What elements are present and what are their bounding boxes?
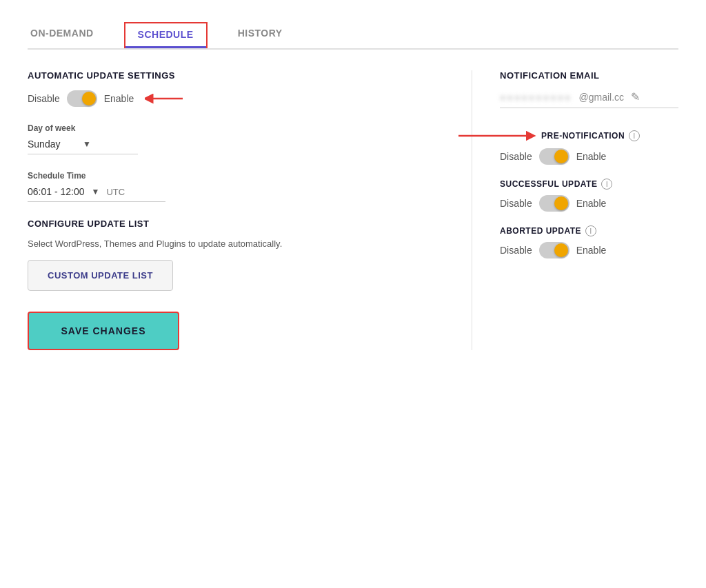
aborted-toggle-knob bbox=[554, 243, 568, 257]
main-content: AUTOMATIC UPDATE SETTINGS Disable Enable bbox=[28, 70, 678, 350]
aborted-update-info-icon: i bbox=[585, 225, 596, 236]
disable-label: Disable bbox=[28, 93, 60, 104]
schedule-time-group: Schedule Time 06:01 - 12:00 ▼ UTC bbox=[28, 171, 430, 202]
pre-notif-arrow-icon bbox=[500, 129, 534, 143]
edit-icon[interactable]: ✎ bbox=[631, 90, 640, 103]
aborted-update-toggle[interactable] bbox=[539, 242, 569, 258]
save-button-wrapper: SAVE CHANGES bbox=[28, 312, 430, 350]
configure-section: CONFIGURE UPDATE LIST Select WordPress, … bbox=[28, 219, 430, 291]
aborted-update-toggle-row: Disable Enable bbox=[500, 242, 678, 258]
right-column: NOTIFICATION EMAIL ●●●●●●●●●● @gmail.cc … bbox=[472, 70, 678, 350]
email-field-row: ●●●●●●●●●● @gmail.cc ✎ bbox=[500, 90, 678, 108]
pre-notification-toggle-row: Disable Enable bbox=[500, 148, 678, 165]
day-of-week-select[interactable]: Sunday Monday Tuesday Wednesday Thursday… bbox=[28, 139, 79, 150]
save-changes-button[interactable]: SAVE CHANGES bbox=[28, 312, 179, 350]
auto-update-toggle-row: Disable Enable bbox=[28, 90, 430, 107]
time-chevron-down-icon: ▼ bbox=[92, 187, 100, 196]
configure-title: CONFIGURE UPDATE LIST bbox=[28, 219, 430, 229]
pre-notif-enable-label: Enable bbox=[576, 151, 607, 162]
auto-update-title: AUTOMATIC UPDATE SETTINGS bbox=[28, 70, 430, 81]
tab-on-demand[interactable]: ON-DEMAND bbox=[28, 21, 97, 48]
pre-notification-toggle[interactable] bbox=[539, 148, 569, 165]
pre-notification-label: PRE-NOTIFICATION bbox=[541, 131, 625, 141]
left-column: AUTOMATIC UPDATE SETTINGS Disable Enable bbox=[28, 70, 430, 350]
successful-update-label: SUCCESSFUL UPDATE bbox=[500, 179, 597, 189]
pre-notif-disable-label: Disable bbox=[500, 151, 532, 162]
tab-history[interactable]: HISTORY bbox=[235, 21, 285, 48]
schedule-time-label: Schedule Time bbox=[28, 171, 430, 181]
aborted-update-title-row: ABORTED UPDATE i bbox=[500, 225, 678, 236]
notification-email-section: NOTIFICATION EMAIL ●●●●●●●●●● @gmail.cc … bbox=[500, 70, 678, 108]
aborted-disable-label: Disable bbox=[500, 245, 532, 256]
schedule-time-field: 06:01 - 12:00 ▼ UTC bbox=[28, 186, 165, 202]
toggle-knob bbox=[82, 92, 96, 105]
pre-notif-toggle-knob bbox=[554, 150, 568, 163]
pre-notification-section: PRE-NOTIFICATION i Disable Enable bbox=[500, 129, 678, 165]
chevron-down-icon: ▼ bbox=[83, 139, 91, 149]
custom-update-list-button[interactable]: CUSTOM UPDATE LIST bbox=[28, 260, 173, 291]
successful-update-toggle[interactable] bbox=[539, 195, 569, 212]
successful-update-info-icon: i bbox=[601, 179, 612, 190]
configure-description: Select WordPress, Themes and Plugins to … bbox=[28, 239, 430, 249]
pre-notification-info-icon: i bbox=[629, 130, 640, 141]
pre-notification-title-row: PRE-NOTIFICATION i bbox=[500, 129, 678, 143]
notification-email-title: NOTIFICATION EMAIL bbox=[500, 70, 678, 81]
aborted-update-label: ABORTED UPDATE bbox=[500, 226, 581, 236]
auto-update-section: AUTOMATIC UPDATE SETTINGS Disable Enable bbox=[28, 70, 430, 107]
day-of-week-label: Day of week bbox=[28, 123, 430, 133]
successful-update-toggle-row: Disable Enable bbox=[500, 195, 678, 212]
tab-bar: ON-DEMAND SCHEDULE HISTORY bbox=[28, 21, 678, 50]
success-toggle-knob bbox=[554, 196, 568, 210]
arrow-annotation bbox=[145, 90, 186, 107]
day-of-week-group: Day of week Sunday Monday Tuesday Wednes… bbox=[28, 123, 430, 154]
successful-update-title-row: SUCCESSFUL UPDATE i bbox=[500, 179, 678, 190]
email-blurred: ●●●●●●●●●● bbox=[500, 92, 572, 103]
timezone-label: UTC bbox=[106, 187, 125, 197]
aborted-update-section: ABORTED UPDATE i Disable Enable bbox=[500, 225, 678, 258]
successful-update-section: SUCCESSFUL UPDATE i Disable Enable bbox=[500, 179, 678, 212]
success-disable-label: Disable bbox=[500, 198, 532, 209]
time-value: 06:01 - 12:00 bbox=[28, 186, 85, 197]
aborted-enable-label: Enable bbox=[576, 245, 607, 256]
day-select-wrapper: Sunday Monday Tuesday Wednesday Thursday… bbox=[28, 139, 138, 154]
enable-label: Enable bbox=[104, 93, 134, 104]
success-enable-label: Enable bbox=[576, 198, 607, 209]
auto-update-toggle[interactable] bbox=[67, 90, 97, 107]
email-suffix: @gmail.cc bbox=[579, 92, 625, 103]
tab-schedule[interactable]: SCHEDULE bbox=[124, 22, 208, 48]
